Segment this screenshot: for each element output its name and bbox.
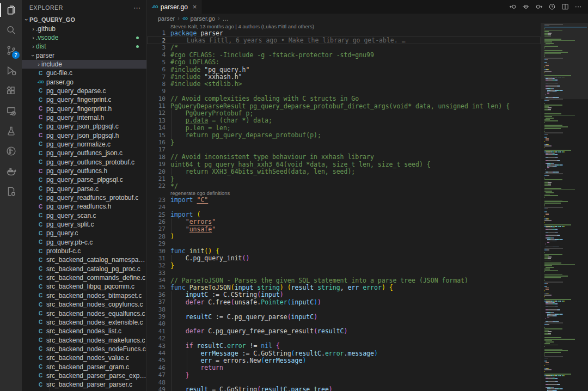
tree-file-pg-query-fingerprint.c[interactable]: Cpg_query_fingerprint.c	[22, 95, 146, 104]
code-line-31[interactable]: 31 C.pg_query_init()	[147, 255, 541, 262]
tree-file-pg-query-json-plpgsql.h[interactable]: Cpg_query_json_plpgsql.h	[22, 131, 146, 139]
code-line-8[interactable]: 8#include <stdlib.h>	[147, 81, 541, 88]
tree-file-src-backend-nodes-list.c[interactable]: Csrc_backend_nodes_list.c	[22, 327, 146, 335]
code-line-49[interactable]: 49 result = C.GoString(resultC.parse_tre…	[147, 386, 541, 391]
tree-file-pg-query.c[interactable]: Cpg_query.c	[22, 229, 146, 237]
breadcrumb-folder[interactable]: parser	[158, 15, 175, 22]
tree-file-pg-query-json-plpgsql.c[interactable]: Cpg_query_json_plpgsql.c	[22, 122, 146, 131]
tree-file-src-backend-nodes-value.c[interactable]: Csrc_backend_nodes_value.c	[22, 353, 146, 362]
tree-file-protobuf-c.c[interactable]: Cprotobuf-c.c	[22, 247, 146, 255]
breadcrumb-file[interactable]: parser.go	[190, 15, 215, 22]
tree-file-src-backend-nodes-makefuncs.c[interactable]: Csrc_backend_nodes_makefuncs.c	[22, 335, 146, 344]
gitlens-activity-button[interactable]	[0, 141, 22, 161]
tab-parser-go[interactable]: -GO parser.go ×	[147, 0, 201, 14]
code-line-34[interactable]: 34// ParseToJSON - Parses the given SQL …	[147, 277, 541, 284]
code-line-15[interactable]: 15 return pg_query_deparse_protobuf(p);	[147, 131, 541, 138]
more-actions-button[interactable]	[573, 2, 584, 13]
search-activity-button[interactable]	[0, 20, 22, 40]
code-line-41[interactable]: 41 defer C.pg_query_free_parse_result(re…	[147, 328, 541, 335]
file-gear-activity-button[interactable]	[0, 181, 22, 201]
code-line-14[interactable]: 14 p.len = len;	[147, 124, 541, 131]
tree-file-pg-query-split.c[interactable]: Cpg_query_split.c	[22, 220, 146, 229]
code-line-13[interactable]: 13 p.data = (char *) data;	[147, 117, 541, 124]
tree-file-pg-query-outfuncs-json.c[interactable]: Cpg_query_outfuncs_json.c	[22, 149, 146, 157]
code-line-12[interactable]: 12 PgQueryProtobuf p;	[147, 109, 541, 117]
code-line-28[interactable]: 28)	[147, 233, 541, 240]
extensions-activity-button[interactable]	[0, 81, 22, 101]
minimap[interactable]	[541, 23, 588, 391]
code-line-45[interactable]: 45 err = errors.New(errMessage)	[147, 357, 541, 364]
code-line-21[interactable]: 21}	[147, 175, 541, 182]
compare-previous-button[interactable]	[507, 2, 518, 13]
code-line-22[interactable]: 22*/	[147, 182, 541, 190]
tree-folder-include[interactable]: ›include	[22, 60, 146, 69]
code-line-17[interactable]: 17	[147, 146, 541, 153]
tree-file-src-backend-catalog-namespace.c[interactable]: Csrc_backend_catalog_namespace.c	[22, 255, 146, 264]
tree-file-src-backend-nodes-copyfuncs.c[interactable]: Csrc_backend_nodes_copyfuncs.c	[22, 300, 146, 309]
tree-folder-.github[interactable]: ›.github	[22, 24, 146, 33]
code-line-38[interactable]: 38	[147, 306, 541, 313]
tree-file-pg-query-internal.h[interactable]: Cpg_query_internal.h	[22, 113, 146, 122]
code-line-48[interactable]: 48	[147, 378, 541, 386]
code-line-2[interactable]: 2Lukas Fittl, 6 years ago • Make the lib…	[147, 36, 541, 44]
code-line-23[interactable]: 23import "C"	[147, 197, 541, 204]
tree-file-pg-query-deparse.c[interactable]: Cpg_query_deparse.c	[22, 87, 146, 95]
source-control-activity-button[interactable]: 7	[0, 40, 22, 60]
code-line-26[interactable]: 26 "errors"	[147, 218, 541, 225]
tree-file-pg-query-readfuncs.h[interactable]: Cpg_query_readfuncs.h	[22, 202, 146, 211]
code-line-7[interactable]: 7#include "xxhash.h"	[147, 73, 541, 80]
code-line-24[interactable]: 24	[147, 204, 541, 211]
codelens-link[interactable]: regenerate cgo definitions	[147, 190, 541, 197]
code-line-5[interactable]: 5#cgo LDFLAGS:	[147, 59, 541, 66]
tree-file-src-backend-nodes-nodefuncs.c[interactable]: Csrc_backend_nodes_nodeFuncs.c	[22, 345, 146, 353]
code-line-43[interactable]: 43 if resultC.error != nil {	[147, 342, 541, 349]
code-line-4[interactable]: 4#cgo CFLAGS: -Iinclude -g -fstack-prote…	[147, 51, 541, 58]
tree-file-pg-query-outfuncs-protobuf.c[interactable]: Cpg_query_outfuncs_protobuf.c	[22, 158, 146, 167]
code-line-42[interactable]: 42	[147, 335, 541, 342]
tree-file-src-backend-parser-gram.c[interactable]: Csrc_backend_parser_gram.c	[22, 362, 146, 371]
code-line-30[interactable]: 30func init() {	[147, 247, 541, 254]
file-history-button[interactable]	[547, 2, 558, 13]
remote-activity-button[interactable]	[0, 101, 22, 121]
flask-activity-button[interactable]	[0, 121, 22, 141]
close-tab-icon[interactable]: ×	[193, 3, 197, 10]
tree-file-pg-query-parse.c[interactable]: Cpg_query_parse.c	[22, 185, 146, 193]
code-line-3[interactable]: 3/*	[147, 44, 541, 51]
tree-file-src-backend-nodes-equalfuncs.c[interactable]: Csrc_backend_nodes_equalfuncs.c	[22, 309, 146, 317]
code-line-44[interactable]: 44 errMessage := C.GoString(resultC.erro…	[147, 350, 541, 357]
tree-file-pg-query.pb-c.c[interactable]: Cpg_query.pb-c.c	[22, 238, 146, 247]
tree-file-src-backend-nodes-extensible.c[interactable]: Csrc_backend_nodes_extensible.c	[22, 318, 146, 327]
code-line-35[interactable]: 35func ParseToJSON(input string) (result…	[147, 284, 541, 291]
code-line-18[interactable]: 18// Avoid inconsistent type behaviour i…	[147, 154, 541, 161]
files-activity-button[interactable]	[0, 0, 22, 20]
tree-file-pg-query-readfuncs-protobuf.c[interactable]: Cpg_query_readfuncs_protobuf.c	[22, 193, 146, 202]
split-editor-button[interactable]	[560, 2, 571, 13]
tree-file-src-backend-libpq-pqcomm.c[interactable]: Csrc_backend_libpq_pqcomm.c	[22, 282, 146, 291]
code-line-46[interactable]: 46 return	[147, 364, 541, 371]
explorer-more-icon[interactable]: ⋯	[133, 4, 141, 12]
code-line-1[interactable]: 1package parser	[147, 29, 541, 36]
tree-file-src-backend-parser-parser.c[interactable]: Csrc_backend_parser_parser.c	[22, 380, 146, 389]
breadcrumb-symbol[interactable]: …	[223, 15, 229, 22]
tree-file-pg-query-scan.c[interactable]: Cpg_query_scan.c	[22, 211, 146, 220]
tree-folder-parser[interactable]: ›parser	[22, 51, 146, 59]
tree-file-guc-file.c[interactable]: Cguc-file.c	[22, 69, 146, 77]
tree-root-pg-query-go[interactable]: ›PG_QUERY_GO	[22, 15, 146, 24]
code-line-33[interactable]: 33	[147, 270, 541, 277]
tree-file-pg-query-outfuncs.h[interactable]: Cpg_query_outfuncs.h	[22, 167, 146, 175]
open-changes-button[interactable]	[520, 2, 531, 13]
code-line-36[interactable]: 36 inputC := C.CString(input)	[147, 291, 541, 298]
code-line-29[interactable]: 29	[147, 240, 541, 247]
tree-file-pg-query-fingerprint.h[interactable]: Cpg_query_fingerprint.h	[22, 104, 146, 113]
tree-file-pg-query-normalize.c[interactable]: Cpg_query_normalize.c	[22, 140, 146, 149]
code-line-40[interactable]: 40	[147, 320, 541, 327]
tree-file-pg-query-parse-plpgsql.c[interactable]: Cpg_query_parse_plpgsql.c	[22, 175, 146, 184]
code-editor[interactable]: Steven Kalt, 13 months ago | 4 authors (…	[147, 23, 541, 391]
tree-folder-.vscode[interactable]: ›.vscode	[22, 33, 146, 42]
code-line-6[interactable]: 6#include "pg_query.h"	[147, 66, 541, 73]
debug-activity-button[interactable]	[0, 60, 22, 81]
code-line-16[interactable]: 16}	[147, 139, 541, 146]
docker-activity-button[interactable]	[0, 161, 22, 181]
tree-file-src-backend-commands-define.c[interactable]: Csrc_backend_commands_define.c	[22, 273, 146, 282]
code-line-10[interactable]: 10// Avoid complexities dealing with C s…	[147, 95, 541, 102]
